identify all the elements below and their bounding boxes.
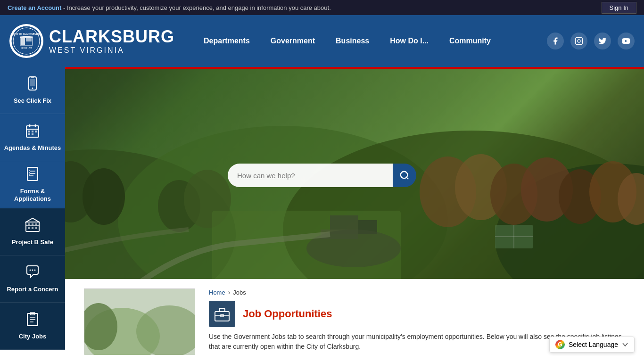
svg-rect-56 xyxy=(29,174,30,176)
svg-rect-5 xyxy=(21,38,25,45)
clipboard-icon xyxy=(25,312,40,327)
calendar-icon xyxy=(25,123,40,138)
nav-business[interactable]: Business xyxy=(325,15,380,67)
sidebar-item-see-click-fix[interactable]: See Click Fix xyxy=(0,67,65,114)
svg-point-35 xyxy=(401,172,408,179)
banner-text: Increase your productivity, customize yo… xyxy=(67,4,331,11)
sidebar-item-report-concern[interactable]: Report a Concern xyxy=(0,255,65,303)
svg-text:CITY OF CLARKSBURG: CITY OF CLARKSBURG xyxy=(13,33,40,35)
sidebar-item-label-project-b-safe: Project B Safe xyxy=(12,239,53,246)
instagram-icon[interactable] xyxy=(570,33,587,49)
city-name: CLARKSBURG WEST VIRGINIA xyxy=(49,27,174,54)
create-account-link[interactable]: Create an Account xyxy=(8,4,61,11)
svg-rect-46 xyxy=(32,131,33,132)
svg-rect-50 xyxy=(27,167,38,181)
breadcrumb: Home › Jobs xyxy=(209,288,625,296)
breadcrumb-current: Jobs xyxy=(233,289,246,296)
nav-how-do-i[interactable]: How Do I... xyxy=(380,15,439,67)
chat-bubble-icon xyxy=(25,264,40,280)
svg-rect-8 xyxy=(576,38,583,45)
nav-government[interactable]: Government xyxy=(260,15,325,67)
svg-rect-47 xyxy=(35,131,37,132)
svg-rect-64 xyxy=(32,227,33,229)
content-image xyxy=(84,288,195,354)
mobile-phone-icon xyxy=(25,76,40,91)
nav-departments[interactable]: Departments xyxy=(193,15,260,67)
twitter-icon[interactable] xyxy=(594,33,611,49)
breadcrumb-home[interactable]: Home xyxy=(209,289,225,296)
briefcase-icon xyxy=(213,305,231,323)
search-icon xyxy=(399,170,410,181)
banner-message: Create an Account - Increase your produc… xyxy=(8,4,331,11)
svg-point-69 xyxy=(34,270,36,271)
city-name-primary: CLARKSBURG xyxy=(49,27,174,46)
logo-area[interactable]: CITY OF CLARKSBURG FROM 1785 CLARKSBURG … xyxy=(9,24,174,58)
svg-marker-66 xyxy=(26,218,39,222)
building-icon xyxy=(25,217,40,232)
project-b-safe-icon xyxy=(25,217,40,236)
agendas-icon xyxy=(25,123,40,141)
city-name-secondary: WEST VIRGINIA xyxy=(49,46,174,55)
svg-point-67 xyxy=(30,270,31,271)
city-seal: CITY OF CLARKSBURG FROM 1785 xyxy=(9,24,43,58)
translate-label: Select Language xyxy=(569,341,618,348)
google-translate-icon: G xyxy=(555,340,565,349)
svg-rect-48 xyxy=(28,133,30,135)
city-jobs-icon xyxy=(25,312,40,330)
job-opportunities-title: Job Opportunities xyxy=(243,308,332,320)
svg-rect-49 xyxy=(32,133,33,135)
svg-rect-45 xyxy=(28,131,30,132)
sidebar: See Click Fix Agendas & Minutes xyxy=(0,67,65,350)
translate-widget[interactable]: G Select Language xyxy=(549,337,635,353)
hero-section xyxy=(0,69,644,281)
report-concern-icon xyxy=(25,264,40,283)
job-icon-box xyxy=(209,301,235,327)
svg-rect-62 xyxy=(35,223,37,225)
social-icons-group xyxy=(547,33,635,49)
sidebar-item-label-see-click-fix: See Click Fix xyxy=(14,97,51,105)
svg-rect-65 xyxy=(35,227,37,229)
svg-rect-55 xyxy=(29,172,30,173)
youtube-icon[interactable] xyxy=(618,33,635,49)
forms-icon xyxy=(25,166,40,185)
sidebar-item-city-jobs[interactable]: City Jobs xyxy=(0,303,65,350)
sidebar-item-label-report-concern: Report a Concern xyxy=(7,286,58,293)
breadcrumb-separator: › xyxy=(228,288,231,296)
content-thumbnail xyxy=(84,289,195,355)
svg-rect-54 xyxy=(29,170,30,171)
svg-rect-63 xyxy=(28,227,30,229)
svg-rect-38 xyxy=(30,79,35,86)
search-button[interactable] xyxy=(393,164,416,187)
svg-rect-79 xyxy=(215,312,229,321)
sidebar-item-label-city-jobs: City Jobs xyxy=(19,333,47,340)
main-navigation: Departments Government Business How Do I… xyxy=(193,15,547,67)
see-click-fix-icon xyxy=(25,76,40,94)
nav-community[interactable]: Community xyxy=(439,15,501,67)
sidebar-item-label-forms: Forms & Applications xyxy=(4,188,61,202)
city-seal-svg: CITY OF CLARKSBURG FROM 1785 xyxy=(11,25,42,57)
svg-text:FROM 1785: FROM 1785 xyxy=(21,47,33,49)
svg-rect-61 xyxy=(32,223,33,225)
svg-line-36 xyxy=(406,177,408,179)
sidebar-item-project-b-safe[interactable]: Project B Safe xyxy=(0,208,65,255)
document-icon xyxy=(25,166,40,181)
search-input[interactable] xyxy=(228,164,393,187)
sidebar-item-agendas[interactable]: Agendas & Minutes xyxy=(0,114,65,161)
svg-rect-6 xyxy=(26,38,32,41)
sidebar-item-forms[interactable]: Forms & Applications xyxy=(0,161,65,208)
sign-in-button[interactable]: Sign In xyxy=(602,2,636,14)
chevron-down-icon xyxy=(622,341,628,348)
svg-point-39 xyxy=(32,88,33,89)
search-container xyxy=(228,164,416,187)
job-header: Job Opportunities xyxy=(209,301,625,327)
site-header: CITY OF CLARKSBURG FROM 1785 CLARKSBURG … xyxy=(0,15,644,67)
banner-separator: - xyxy=(63,4,67,11)
sidebar-item-label-agendas: Agendas & Minutes xyxy=(4,144,61,152)
top-banner: Create an Account - Increase your produc… xyxy=(0,0,644,15)
svg-point-68 xyxy=(32,270,33,271)
svg-rect-60 xyxy=(28,223,30,225)
facebook-icon[interactable] xyxy=(547,33,564,49)
